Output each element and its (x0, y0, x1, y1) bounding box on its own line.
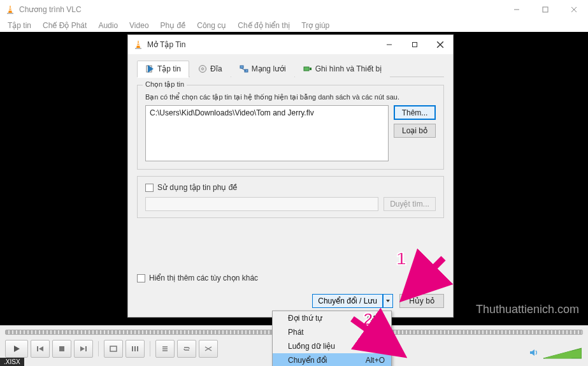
browse-subtitle-button: Duyệt tìm... (384, 197, 436, 211)
dialog-title: Mở Tập Tin (147, 40, 376, 49)
svg-rect-2 (9, 8, 11, 9)
taskbar-fragment: .XISX (0, 358, 24, 366)
prev-button[interactable] (31, 340, 50, 358)
capture-icon (303, 64, 312, 73)
show-more-options-checkbox[interactable]: Hiển thị thêm các tùy chọn khác (137, 274, 258, 282)
window-title: Chương trình VLC (19, 5, 502, 14)
menu-help[interactable]: Trợ giúp (296, 19, 334, 32)
source-tabs: Tập tin Đĩa Mạng lưới Ghi hình và Thiết … (137, 61, 444, 77)
maximize-button[interactable] (531, 0, 559, 19)
checkbox-icon (145, 184, 154, 192)
use-subtitle-checkbox[interactable]: Sử dụng tập tin phụ đề (145, 183, 436, 192)
add-button[interactable]: Thêm... (394, 105, 436, 120)
titlebar: Chương trình VLC (0, 0, 588, 19)
svg-rect-13 (85, 346, 87, 351)
disc-icon (198, 64, 207, 73)
svg-point-35 (202, 68, 204, 70)
svg-marker-21 (530, 349, 534, 356)
annotation-arrow-2 (349, 316, 406, 362)
svg-rect-17 (137, 346, 138, 351)
subtitle-group: Sử dụng tập tin phụ đề Duyệt tìm... (137, 176, 444, 218)
menu-subtitle[interactable]: Phụ đề (155, 19, 191, 32)
tab-file[interactable]: Tập tin (137, 61, 189, 77)
svg-rect-29 (413, 43, 417, 47)
vlc-cone-icon (5, 4, 15, 15)
tab-label: Mạng lưới (252, 64, 286, 73)
convert-save-split-button[interactable]: Chuyển đổi / Lưu (312, 294, 393, 308)
svg-marker-0 (8, 5, 12, 13)
loop-button[interactable] (177, 340, 196, 358)
dialog-titlebar: Mở Tập Tin (128, 35, 453, 54)
checkbox-label: Sử dụng tập tin phụ đề (157, 183, 237, 192)
remove-button[interactable]: Loại bỏ (394, 124, 436, 138)
playlist-button[interactable] (155, 340, 175, 358)
speaker-icon (529, 348, 540, 359)
svg-rect-39 (304, 67, 309, 71)
file-list[interactable]: C:\Users\Kid\Downloads\Video\Tom and Jer… (145, 105, 389, 161)
vlc-cone-icon (133, 40, 143, 50)
svg-rect-1 (7, 13, 13, 14)
svg-rect-40 (310, 68, 312, 70)
menu-playback[interactable]: Chế Độ Phát (38, 19, 92, 32)
watermark-text: Thuthuattienich.com (476, 303, 579, 316)
svg-rect-5 (543, 7, 548, 12)
menu-audio[interactable]: Audio (93, 19, 123, 32)
svg-line-43 (408, 258, 443, 293)
file-list-item[interactable]: C:\Users\Kid\Downloads\Video\Tom and Jer… (150, 108, 384, 117)
dialog-minimize-button[interactable] (376, 35, 402, 54)
menu-video[interactable]: Video (124, 19, 154, 32)
menu-view[interactable]: Chế độ hiển thị (233, 19, 295, 32)
menu-tools[interactable]: Công cụ (192, 19, 231, 32)
tab-label: Đĩa (210, 64, 222, 73)
stop-button[interactable] (52, 340, 71, 358)
svg-marker-8 (14, 346, 20, 352)
svg-rect-14 (110, 346, 117, 351)
svg-line-45 (352, 319, 397, 351)
svg-rect-11 (59, 346, 64, 351)
convert-save-label[interactable]: Chuyển đổi / Lưu (312, 294, 383, 308)
tab-label: Ghi hình và Thiết bị (315, 64, 382, 73)
svg-rect-3 (9, 10, 12, 11)
dropdown-toggle[interactable] (383, 294, 393, 308)
svg-marker-24 (136, 40, 140, 48)
minimize-button[interactable] (502, 0, 531, 19)
svg-rect-26 (137, 43, 140, 44)
checkbox-label: Hiển thị thêm các tùy chọn khác (149, 274, 258, 282)
fullscreen-button[interactable] (104, 340, 123, 358)
svg-rect-9 (37, 346, 38, 351)
menu-file[interactable]: Tập tin (3, 19, 36, 32)
hint-text: Bạn có thể chọn các tập tin tại hệ thống… (145, 93, 436, 101)
tab-disc[interactable]: Đĩa (190, 61, 231, 77)
ext-settings-button[interactable] (125, 340, 145, 358)
dialog-close-button[interactable] (427, 35, 453, 54)
svg-marker-12 (80, 346, 85, 351)
svg-marker-10 (39, 346, 43, 351)
svg-rect-25 (135, 48, 141, 49)
checkbox-icon (137, 274, 145, 282)
menubar: Tập tin Chế Độ Phát Audio Video Phụ đề C… (0, 19, 588, 32)
tab-capture[interactable]: Ghi hình và Thiết bị (295, 61, 391, 77)
file-selection-group: Chọn tập tin Bạn có thể chọn các tập tin… (137, 85, 444, 170)
svg-rect-27 (137, 45, 140, 46)
next-button[interactable] (74, 340, 93, 358)
volume-control[interactable] (529, 347, 582, 360)
close-button[interactable] (559, 0, 588, 19)
tab-label: Tập tin (157, 64, 181, 73)
network-icon (240, 64, 248, 73)
group-title: Chọn tập tin (143, 80, 187, 89)
play-button[interactable] (5, 340, 28, 358)
annotation-arrow-1 (405, 255, 456, 308)
svg-rect-36 (240, 66, 243, 68)
svg-rect-15 (132, 346, 133, 351)
svg-rect-37 (245, 70, 248, 72)
shuffle-button[interactable] (199, 340, 218, 358)
vlc-main-window: Chương trình VLC Tập tin Chế Độ Phát Aud… (0, 0, 588, 366)
tab-network[interactable]: Mạng lưới (231, 61, 294, 77)
svg-marker-41 (386, 300, 390, 302)
svg-rect-16 (134, 346, 136, 351)
dialog-maximize-button[interactable] (402, 35, 427, 54)
volume-slider[interactable] (543, 347, 582, 360)
subtitle-path-field (145, 197, 378, 211)
file-icon (145, 64, 154, 73)
